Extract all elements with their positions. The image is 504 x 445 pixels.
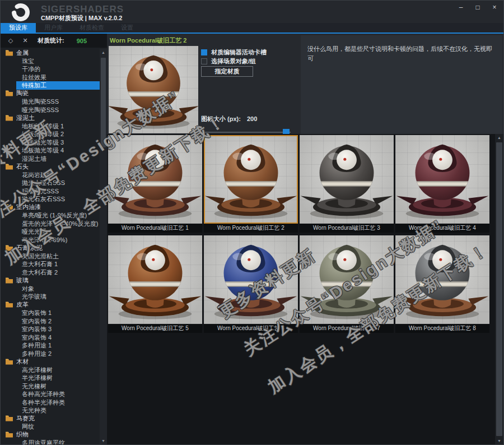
selected-material-title: Worn Pocedural破旧工艺 2 [110, 36, 186, 45]
tree-item[interactable]: 地板抛光等级 4 [1, 146, 100, 155]
tab-bar: 预设库用户库材质检查设置 [1, 23, 503, 33]
tree-folder[interactable]: 织物 [1, 431, 100, 439]
maximize-button[interactable]: □ [472, 3, 483, 12]
tree-item[interactable]: 干净的 [1, 65, 100, 73]
scroll-up-icon[interactable]: ▲ [100, 49, 107, 56]
tree-item[interactable]: 室内装饰 3 [1, 325, 100, 333]
tree-folder[interactable]: 金属 [1, 49, 100, 57]
tree-item[interactable]: 意大利石膏 1 [1, 260, 100, 268]
folder-icon [6, 302, 13, 308]
scene-object-checkbox-row[interactable]: 选择场景对象/组 [201, 57, 256, 66]
tree-folder-label: 石头 [16, 163, 29, 171]
tree-folder-label: 金属 [16, 49, 29, 57]
tree-item[interactable]: 室内装饰 2 [1, 317, 100, 326]
tab-user-library[interactable]: 用户库 [36, 23, 71, 33]
tree-folder[interactable]: 陶瓷 [1, 90, 100, 98]
material-tile-label: Worn Pocedural破旧工艺 7 [300, 324, 394, 333]
material-tile[interactable]: Worn Pocedural破旧工艺 7 [300, 235, 394, 333]
tree-item[interactable]: 玛瑙抛光SSS [1, 187, 100, 196]
tree-folder-label: 织物 [16, 430, 29, 439]
tree-item[interactable]: 珠宝 [1, 57, 100, 66]
tree-item[interactable]: 抛光石灰石SSS [1, 195, 100, 203]
tree-item[interactable]: 单亮/哑光 (1-9%反光度) [1, 211, 100, 220]
clear-filter-icon[interactable]: ✕ [21, 37, 30, 44]
tree-folder[interactable]: 湿泥土 [1, 114, 100, 122]
editor-slot-checkbox[interactable] [201, 49, 207, 55]
material-tile[interactable]: Worn Pocedural破旧工艺 5 [108, 235, 202, 333]
tree-folder[interactable]: 玻璃 [1, 276, 100, 285]
minimize-button[interactable]: – [455, 3, 466, 12]
grid-scrollbar-thumb[interactable] [496, 142, 502, 436]
assign-material-button[interactable]: 指定材质 [201, 66, 253, 77]
grid-scroll-up-icon[interactable]: ▲ [495, 134, 503, 141]
tab-preset-library[interactable]: 预设库 [1, 23, 36, 33]
tab-material-check[interactable]: 材质检查 [71, 23, 113, 33]
diamond-icon[interactable]: ◇ [6, 37, 15, 44]
tree-folder-label: 马赛克 [16, 414, 35, 423]
tree-item[interactable]: 半光泽橡树 [1, 374, 100, 382]
tree-item[interactable]: 光学玻璃 [1, 293, 100, 301]
tree-item[interactable]: 各种高光泽种类 [1, 390, 100, 398]
editor-slot-checkbox-row[interactable]: 材质编辑器活动卡槽 [201, 48, 267, 57]
app-subtitle: CMPP材质预设 | MAX v.2.0.2 [41, 14, 122, 22]
tree-folder[interactable]: 石头 [1, 163, 100, 171]
tree-folder-label: 湿泥土 [16, 114, 35, 122]
tree-folder[interactable]: 室内油漆 [1, 203, 100, 212]
close-button[interactable]: × [489, 3, 500, 12]
material-tile[interactable]: Worn Pocedural破旧工艺 4 [395, 135, 489, 233]
tree-item[interactable]: 无光种类 [1, 406, 100, 415]
tree-folder-label: 木材 [16, 358, 29, 366]
tree-item[interactable]: 无光橡树 [1, 382, 100, 391]
material-tile-label: Worn Pocedural破旧工艺 6 [204, 324, 298, 333]
material-tile[interactable]: Worn Pocedural破旧工艺 2 [204, 135, 298, 233]
tree-item[interactable]: 哑光陶瓷SSS [1, 106, 100, 114]
grid-scrollbar[interactable]: ▲ ▼ [495, 134, 503, 444]
grid-scroll-down-icon[interactable]: ▼ [495, 437, 503, 444]
tree-item[interactable]: 意大利石膏 2 [1, 268, 100, 277]
tree-item[interactable]: 室内装饰 4 [1, 333, 100, 342]
material-tile[interactable]: Worn Pocedural破旧工艺 1 [108, 135, 202, 233]
material-tile[interactable]: Worn Pocedural破旧工艺 6 [204, 235, 298, 333]
material-thumbnail [204, 235, 298, 324]
tree-item[interactable]: 对象 [1, 285, 100, 293]
tree-item[interactable]: 抛光大理石SSS [1, 179, 100, 187]
scene-object-checkbox[interactable] [201, 58, 207, 64]
tree-item[interactable]: 多种用途 2 [1, 350, 100, 358]
tree-folder[interactable]: 马赛克 [1, 415, 100, 423]
material-tile-label: Worn Pocedural破旧工艺 8 [395, 324, 489, 333]
tree-item[interactable]: 室内装饰 1 [1, 309, 100, 317]
tree-item[interactable]: 多用途亚麻平纹 [1, 439, 100, 444]
tree-item[interactable]: 高光泽橡树 [1, 366, 100, 374]
tree-item[interactable]: 半光泽 (41-69%) [1, 236, 100, 244]
tree-item[interactable]: 蛋壳的光泽 (26-40%反光度) [1, 220, 100, 228]
tree-item[interactable]: 美国光滑粘土 [1, 252, 100, 261]
tree-item[interactable]: 地板抛光等级 1 [1, 122, 100, 131]
scrollbar-thumb[interactable] [101, 58, 106, 147]
sidebar-scrollbar[interactable]: ▲ ▼ [100, 49, 107, 444]
tree-item[interactable]: 花岗岩建筑 [1, 171, 100, 179]
tree-item[interactable]: 抛光陶瓷SSS [1, 98, 100, 106]
tree-item[interactable]: 地板抛光等级 3 [1, 138, 100, 147]
tree-item[interactable]: 网纹 [1, 423, 100, 431]
slider-track[interactable] [201, 132, 291, 133]
tree-folder-label: 石膏/灰泥 [16, 244, 43, 252]
material-tree: 金属珠宝干净的拉丝效果特殊加工陶瓷抛光陶瓷SSS哑光陶瓷SSS湿泥土地板抛光等级… [1, 49, 100, 444]
material-tile[interactable]: Worn Pocedural破旧工艺 3 [300, 135, 394, 233]
tree-item[interactable]: 各种半光泽种类 [1, 398, 100, 407]
tree-folder-label: 玻璃 [16, 276, 29, 285]
tree-folder-label: 皮革 [16, 300, 29, 309]
tree-item[interactable]: 多种用途 1 [1, 341, 100, 350]
tree-item[interactable]: 湿泥土墙 [1, 155, 100, 163]
tree-folder[interactable]: 木材 [1, 358, 100, 366]
tree-item[interactable]: 哑光光泽 [1, 228, 100, 236]
tree-folder[interactable]: 石膏/灰泥 [1, 244, 100, 252]
folder-icon [6, 50, 13, 56]
tab-settings[interactable]: 设置 [113, 23, 142, 33]
tree-item[interactable]: 地板抛光等级 2 [1, 130, 100, 138]
tree-folder[interactable]: 皮革 [1, 301, 100, 309]
tree-item[interactable]: 拉丝效果 [1, 73, 100, 82]
scroll-down-icon[interactable]: ▼ [100, 437, 107, 444]
tree-item[interactable]: 特殊加工 [16, 81, 100, 90]
material-tile[interactable]: Worn Pocedural破旧工艺 8 [395, 235, 489, 333]
tree-folder-label: 室内油漆 [16, 203, 41, 211]
